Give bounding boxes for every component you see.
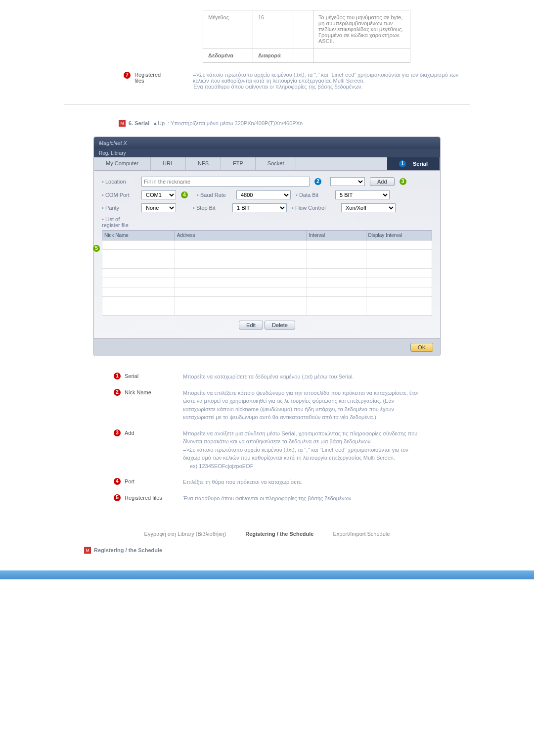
regfiles-desc-text: Ένα παράθυρο όπου φαίνονται οι πληροφορί… [183,494,420,503]
nickname-desc-text: Μπορείτε να επιλέξετε κάποιο ψευδώνυμο γ… [183,389,420,422]
tab-my-computer[interactable]: My Computer [94,157,151,170]
registered-files-row: 7 Registered files =>Σε κάποιο πρωτότυπο… [124,72,470,90]
location-select[interactable] [330,177,365,186]
nickname-desc-label: Nick Name [125,389,151,395]
tab-url[interactable]: URL [151,157,186,170]
description-block: 1Serial Μπορείτε να καταχωρίσετε τα δεδο… [114,369,420,506]
table-row [102,250,432,259]
size-value: 16 [253,10,293,48]
table-row [102,297,432,306]
stop-bit-select[interactable]: 1 BIT [232,203,287,212]
panel-subtitle: Reg. Library [94,149,440,157]
tab-ftp[interactable]: FTP [221,157,256,170]
baud-rate-label: Baud Rate [197,192,231,198]
link-export-import[interactable]: Export/Import Schedule [333,531,390,537]
baud-rate-select[interactable]: 4800 [236,190,291,199]
diff-label: Διαφορά [253,48,293,63]
edit-button[interactable]: Edit [239,321,263,330]
size-table: Μέγεθος 16 Το μέγεθος του μηνύματος σε b… [203,10,410,63]
spacer-cell [293,10,313,48]
reg-icon: M [84,547,91,554]
bullet-5-icon: 5 [93,245,100,252]
table-row [102,259,432,269]
table-row [102,306,432,316]
bullet-5-desc-icon: 5 [114,494,121,501]
add-button[interactable]: Add [370,177,395,186]
tab-serial[interactable]: 1Serial [387,157,440,170]
parity-select[interactable]: None [141,203,176,212]
bullet-2-desc-icon: 2 [114,389,121,396]
port-desc-text: Επιλέξτε τη θύρα που πρόκειται να καταχω… [183,478,420,486]
serial-desc-text: Μπορείτε να καταχωρίσετε τα δεδομένα κει… [183,373,420,381]
panel-tabs: My Computer URL NFS FTP Socket 1Serial [94,157,440,171]
bullet-3-icon: 3 [400,178,406,185]
stop-bit-label: Stop Bit [193,205,227,211]
add-desc-text: Μπορείτε να ανοίξετε μια σύνδεση μέσω Se… [183,429,420,471]
parity-label: Parity [102,205,136,211]
footer-bar [0,570,534,579]
location-label: Location [102,179,136,185]
col-display-interval: Display Interval [366,231,432,240]
section-title: 6. Serial [129,120,149,126]
size-desc: Το μέγεθος του μηνύματος σε byte, μη συμ… [313,10,410,48]
list-register-label: List of register file [102,216,136,228]
data-label: Δεδομένα [203,48,253,63]
section-desc: : Υποστηρίζεται μόνο μέσω 320PXn/400P(T)… [168,120,303,126]
table-row [102,287,432,297]
col-interval: Interval [307,231,366,240]
app-title: MagicNet X [99,140,127,146]
divider [64,104,470,105]
col-nickname: Nick Name [102,231,175,240]
com-port-label: COM Port [102,192,136,198]
link-registering-schedule[interactable]: Registering / the Schedule [245,531,313,537]
bullet-4-icon: 4 [181,191,188,198]
bullet-4-desc-icon: 4 [114,478,121,485]
flow-control-select[interactable]: Xon/Xoff [341,203,396,212]
bullet-1-desc-icon: 1 [114,373,121,379]
size-label: Μέγεθος [203,10,253,48]
port-desc-label: Port [125,478,134,484]
bullet-2-icon: 2 [314,178,321,185]
up-link[interactable]: ▲Up [152,120,165,126]
table-row [102,278,432,287]
bullet-7-icon: 7 [124,72,131,79]
table-row: 5 [102,240,432,250]
serial-desc-label: Serial [125,373,138,379]
com-port-select[interactable]: COM1 [141,190,176,199]
serial-panel: MagicNet X Reg. Library My Computer URL … [93,137,441,356]
add-desc-label: Add [125,430,134,436]
registered-files-label: Registered files [134,72,168,84]
registering-schedule-header: M Registering / the Schedule [84,547,470,554]
registered-files-text: =>Σε κάποιο πρωτότυπο αρχείο κειμένου (.… [193,72,470,90]
link-library[interactable]: Εγγραφή στη Library (Βιβλιοθήκη) [144,531,226,537]
table-row [102,269,432,278]
section-icon: M [119,120,126,127]
tab-nfs[interactable]: NFS [186,157,221,170]
location-input[interactable] [141,177,310,187]
ok-button[interactable]: OK [410,343,433,352]
col-address: Address [175,231,307,240]
reg-title: Registering / the Schedule [94,547,162,553]
bullet-3-desc-icon: 3 [114,429,121,436]
bullet-1-icon: 1 [399,160,406,167]
data-bit-select[interactable]: 5 BIT [335,190,390,199]
section-6-header: M 6. Serial ▲Up : Υποστηρίζεται μόνο μέσ… [119,120,470,127]
register-file-table: Nick Name Address Interval Display Inter… [102,230,432,316]
bottom-nav: Εγγραφή στη Library (Βιβλιοθήκη) Registe… [64,531,470,537]
delete-button[interactable]: Delete [265,321,295,330]
flow-control-label: Flow Control [292,205,336,211]
tab-socket[interactable]: Socket [256,157,297,170]
data-bit-label: Data Bit [296,192,330,198]
regfiles-desc-label: Registered files [125,495,162,501]
